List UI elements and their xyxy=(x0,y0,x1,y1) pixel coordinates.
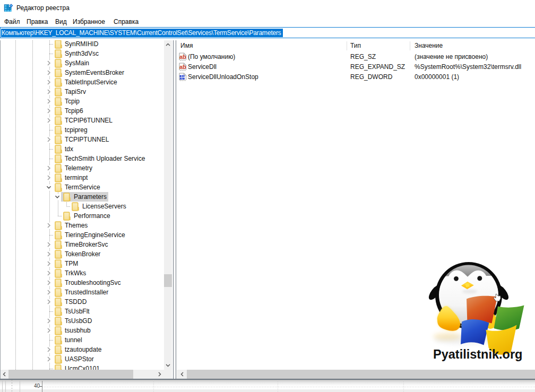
svg-text:Pyatilistnik.org: Pyatilistnik.org xyxy=(433,347,522,361)
svg-text:ab: ab xyxy=(179,54,186,60)
svg-text:ab: ab xyxy=(179,64,186,70)
